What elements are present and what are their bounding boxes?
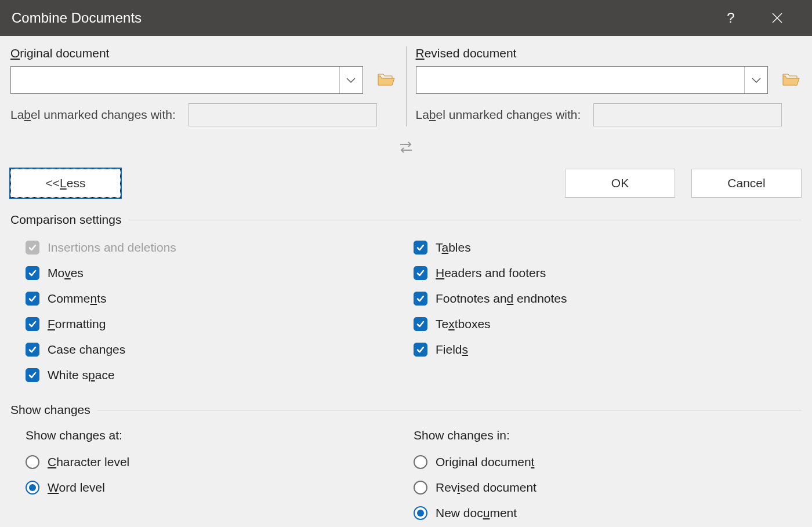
browse-original-button[interactable]	[376, 72, 397, 88]
vertical-divider	[406, 46, 407, 126]
option-label: Insertions and deletions	[48, 241, 176, 255]
option-label: Headers and footers	[436, 266, 546, 280]
comparison-settings-label: Comparison settings	[10, 213, 121, 227]
divider	[97, 410, 802, 410]
show-changes-in-option[interactable]: New document	[414, 500, 802, 526]
revised-document-column: Revised document Label unmarked changes …	[416, 46, 802, 126]
show-changes-at-option[interactable]: Word level	[26, 475, 414, 500]
checkbox	[26, 241, 39, 255]
show-changes-in-option[interactable]: Original document	[414, 449, 802, 475]
compare-setting-option[interactable]: Fields	[414, 337, 802, 362]
compare-setting-option[interactable]: Comments	[26, 286, 414, 311]
compare-setting-option[interactable]: Moves	[26, 260, 414, 286]
dialog-title: Combine Documents	[12, 10, 708, 26]
original-document-label: Original document	[10, 46, 397, 60]
compare-setting-option[interactable]: Headers and footers	[414, 260, 802, 286]
show-changes-label: Show changes	[10, 403, 90, 417]
checkbox[interactable]	[26, 317, 39, 331]
revised-document-label: Revised document	[416, 46, 802, 60]
revised-author-label: Label unmarked changes with:	[416, 108, 581, 122]
option-label: Moves	[48, 266, 84, 280]
checkbox[interactable]	[26, 292, 39, 306]
option-label: Original document	[436, 455, 534, 469]
option-label: Footnotes and endnotes	[436, 292, 567, 306]
original-author-input[interactable]	[188, 103, 377, 126]
option-label: White space	[48, 368, 115, 382]
checkbox[interactable]	[414, 241, 427, 255]
option-label: Comments	[48, 292, 107, 306]
option-label: Formatting	[48, 317, 106, 331]
radio[interactable]	[414, 506, 427, 520]
show-changes-in-option[interactable]: Revised document	[414, 475, 802, 500]
less-button[interactable]: << Less	[10, 169, 121, 198]
actions-row: << Less OK Cancel	[10, 169, 802, 198]
checkbox[interactable]	[26, 368, 39, 382]
folder-open-icon	[782, 72, 800, 88]
cancel-button[interactable]: Cancel	[691, 169, 802, 198]
checkbox[interactable]	[26, 266, 39, 280]
option-label: Tables	[436, 241, 471, 255]
checkbox[interactable]	[414, 343, 427, 357]
checkbox[interactable]	[414, 317, 427, 331]
compare-setting-option: Insertions and deletions	[26, 235, 414, 260]
show-changes-heading: Show changes	[10, 403, 802, 417]
revised-document-input[interactable]	[416, 67, 745, 93]
revised-document-combo[interactable]	[416, 66, 768, 94]
revised-author-input[interactable]	[593, 103, 782, 126]
radio[interactable]	[414, 481, 427, 495]
folder-open-icon	[377, 72, 396, 88]
original-document-combo[interactable]	[10, 66, 363, 94]
compare-setting-option[interactable]: Footnotes and endnotes	[414, 286, 802, 311]
browse-revised-button[interactable]	[781, 72, 802, 88]
option-label: Character level	[48, 455, 129, 469]
help-button[interactable]: ?	[708, 0, 754, 36]
swap-documents-button[interactable]	[398, 140, 414, 157]
comparison-settings-heading: Comparison settings	[10, 213, 802, 227]
option-label: Word level	[48, 481, 105, 495]
compare-setting-option[interactable]: Case changes	[26, 337, 414, 362]
titlebar: Combine Documents ?	[0, 0, 812, 36]
show-changes-at-option[interactable]: Character level	[26, 449, 414, 475]
compare-setting-option[interactable]: Textboxes	[414, 311, 802, 337]
option-label: Textboxes	[436, 317, 491, 331]
document-selection-row: Original document Label unmarked changes	[10, 46, 802, 126]
option-label: New document	[436, 506, 517, 520]
checkbox[interactable]	[414, 266, 427, 280]
checkbox[interactable]	[26, 343, 39, 357]
divider	[128, 220, 802, 220]
radio[interactable]	[414, 455, 427, 469]
compare-setting-option[interactable]: Formatting	[26, 311, 414, 337]
option-label: Fields	[436, 343, 468, 357]
radio[interactable]	[26, 481, 39, 495]
original-document-input[interactable]	[11, 67, 339, 93]
checkbox[interactable]	[414, 292, 427, 306]
radio[interactable]	[26, 455, 39, 469]
chevron-down-icon[interactable]	[744, 67, 767, 93]
compare-setting-option[interactable]: White space	[26, 362, 414, 388]
original-author-label: Label unmarked changes with:	[10, 108, 176, 122]
show-changes-in-heading: Show changes in:	[414, 428, 802, 442]
compare-setting-option[interactable]: Tables	[414, 235, 802, 260]
option-label: Case changes	[48, 343, 125, 357]
original-document-column: Original document Label unmarked changes	[10, 46, 397, 126]
ok-button[interactable]: OK	[565, 169, 675, 198]
close-button[interactable]	[754, 0, 800, 36]
chevron-down-icon[interactable]	[339, 67, 362, 93]
show-changes-at-heading: Show changes at:	[26, 428, 414, 442]
option-label: Revised document	[436, 481, 536, 495]
